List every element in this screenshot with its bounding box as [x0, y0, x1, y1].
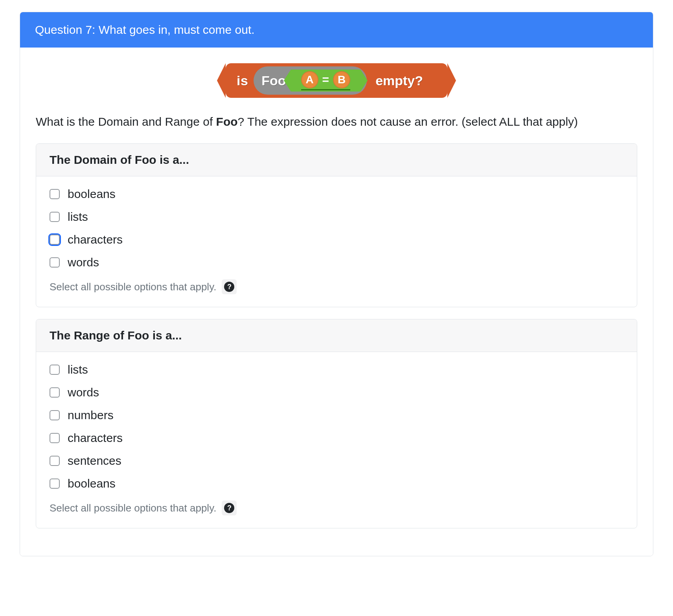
option-label[interactable]: characters — [68, 432, 123, 444]
snap-pred-inner: A = B — [301, 71, 351, 90]
domain-options-body: booleanslistscharacterswordsSelect all p… — [36, 176, 637, 307]
option-label[interactable]: words — [68, 257, 99, 268]
option-checkbox[interactable] — [50, 410, 60, 420]
option-checkbox[interactable] — [50, 235, 60, 245]
option-row: sentences — [50, 455, 623, 467]
option-label[interactable]: words — [68, 387, 99, 398]
question-prefix: What is the Domain and Range of — [36, 115, 216, 128]
option-row: words — [50, 387, 623, 398]
option-checkbox[interactable] — [50, 257, 60, 268]
domain-panel-title: The Domain of Foo is a... — [36, 144, 637, 176]
help-row: Select all possible options that apply.? — [50, 279, 623, 294]
range-options-body: listswordsnumberscharacterssentencesbool… — [36, 352, 637, 528]
option-checkbox[interactable] — [50, 365, 60, 375]
range-panel-title: The Range of Foo is a... — [36, 319, 637, 352]
option-label[interactable]: lists — [68, 211, 88, 223]
question-suffix: ? The expression does not cause an error… — [238, 115, 578, 128]
snap-foo-label: Foo — [261, 73, 286, 88]
option-row: booleans — [50, 188, 623, 200]
option-row: characters — [50, 234, 623, 246]
help-text: Select all possible options that apply. — [50, 281, 216, 293]
option-checkbox[interactable] — [50, 212, 60, 222]
option-row: words — [50, 257, 623, 268]
snap-input-a: A — [301, 71, 318, 88]
snap-empty-label: empty? — [375, 73, 423, 88]
question-bold: Foo — [216, 115, 238, 128]
snap-predicate: A = B — [291, 70, 361, 92]
option-row: lists — [50, 211, 623, 223]
help-icon: ? — [224, 503, 234, 513]
option-row: characters — [50, 432, 623, 444]
question-body: is Foo A = B empty? — [20, 48, 653, 556]
snap-equals: = — [322, 73, 329, 86]
option-row: booleans — [50, 478, 623, 490]
help-button[interactable]: ? — [222, 500, 237, 515]
option-label[interactable]: lists — [68, 364, 88, 376]
option-checkbox[interactable] — [50, 456, 60, 466]
help-text: Select all possible options that apply. — [50, 502, 216, 514]
option-checkbox[interactable] — [50, 478, 60, 489]
domain-panel: The Domain of Foo is a... booleanslistsc… — [36, 143, 637, 307]
help-button[interactable]: ? — [222, 279, 237, 294]
option-label[interactable]: characters — [68, 234, 123, 246]
option-checkbox[interactable] — [50, 189, 60, 199]
snap-foo-slot: Foo A = B — [254, 66, 367, 95]
question-text: What is the Domain and Range of Foo? The… — [36, 114, 637, 130]
snap-input-b: B — [333, 71, 350, 88]
help-icon: ? — [224, 282, 234, 292]
code-block-figure: is Foo A = B empty? — [36, 48, 637, 114]
question-card: Question 7: What goes in, must come out.… — [20, 12, 653, 556]
option-checkbox[interactable] — [50, 387, 60, 398]
help-row: Select all possible options that apply.? — [50, 500, 623, 515]
option-label[interactable]: sentences — [68, 455, 121, 467]
question-title: Question 7: What goes in, must come out. — [35, 23, 255, 36]
option-checkbox[interactable] — [50, 433, 60, 443]
snap-block-is-empty: is Foo A = B empty? — [226, 63, 447, 98]
option-row: lists — [50, 364, 623, 376]
option-label[interactable]: booleans — [68, 188, 116, 200]
snap-is-label: is — [237, 73, 248, 88]
option-label[interactable]: booleans — [68, 478, 116, 490]
option-row: numbers — [50, 409, 623, 421]
range-panel: The Range of Foo is a... listswordsnumbe… — [36, 319, 637, 528]
option-label[interactable]: numbers — [68, 409, 114, 421]
question-header: Question 7: What goes in, must come out. — [20, 12, 653, 48]
